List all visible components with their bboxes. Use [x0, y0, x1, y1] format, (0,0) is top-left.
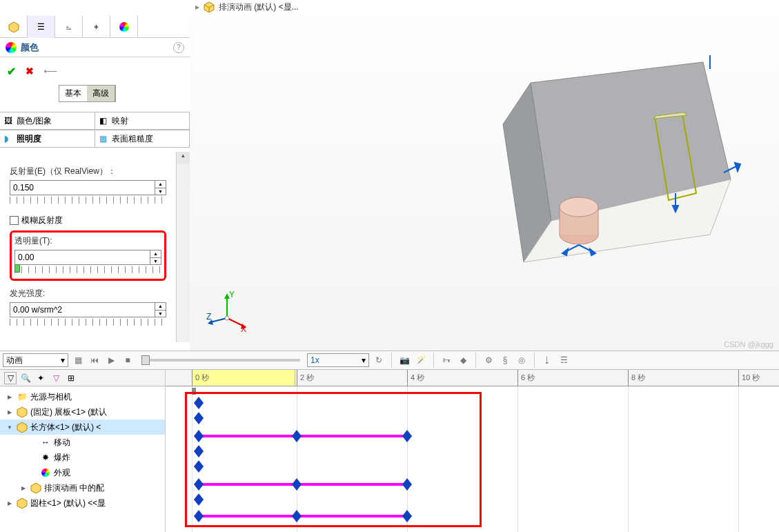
motion-study-dropdown[interactable]: 动画▾	[3, 353, 68, 367]
motion-bar[interactable]	[199, 435, 407, 437]
keyframe[interactable]	[402, 510, 412, 522]
keyframe[interactable]	[194, 510, 204, 522]
separator	[391, 353, 392, 368]
tab-roughness[interactable]: ▦表面粗糙度	[95, 130, 190, 147]
reflection-input[interactable]: ▲▼	[10, 180, 166, 195]
graphics-viewport[interactable]: Y X Z CSDN @jkggg	[190, 14, 779, 353]
contact-button[interactable]: ◎	[515, 353, 529, 367]
timeline-body[interactable]	[166, 386, 779, 532]
time-scrubber[interactable]	[141, 359, 300, 362]
tree-item-board[interactable]: ▶(固定) 展板<1> (默认	[0, 404, 165, 420]
animation-wizard-button[interactable]: 🪄	[414, 353, 428, 367]
ok-button[interactable]: ✔	[7, 65, 16, 78]
keyframe[interactable]	[194, 445, 204, 457]
keyframe[interactable]	[292, 430, 302, 442]
tree-item-cuboid[interactable]: ▼长方体<1> (默认) <	[0, 420, 165, 435]
save-animation-button[interactable]: 📷	[397, 353, 411, 367]
expand-icon[interactable]: ▶	[19, 485, 28, 491]
svg-marker-38	[194, 430, 204, 442]
reflection-slider[interactable]	[10, 197, 166, 204]
keyframe[interactable]	[402, 430, 412, 442]
keyframe[interactable]	[194, 430, 204, 442]
play-button[interactable]: ▶	[104, 353, 118, 367]
filter-driving-icon[interactable]: ✦	[34, 372, 47, 384]
tree-item-lights[interactable]: ▶📁光源与相机	[0, 389, 165, 404]
loop-button[interactable]: ↻	[372, 353, 386, 367]
expand-icon[interactable]: ▶	[6, 409, 14, 415]
transparency-spinner[interactable]: ▲▼	[150, 250, 161, 264]
svg-point-11	[560, 197, 598, 217]
emissive-slider[interactable]	[10, 319, 166, 326]
keyframe[interactable]	[194, 478, 204, 491]
pin-button[interactable]: ⟵	[43, 66, 57, 77]
filter-selected-icon[interactable]: ▽	[50, 372, 62, 384]
feature-manager-tabs: ☰ ⎁ ⌖	[0, 16, 190, 38]
help-icon[interactable]: ?	[173, 42, 184, 53]
scrubber-handle[interactable]	[141, 355, 150, 365]
keyframe[interactable]	[292, 478, 302, 491]
tab-configmanager[interactable]: ⎁	[55, 16, 83, 38]
expand-icon[interactable]: ▶	[6, 394, 14, 400]
lighting-icon: ◗	[4, 134, 14, 144]
add-key-button[interactable]: ◆	[456, 353, 470, 367]
tree-item-explode[interactable]: ✸爆炸	[0, 450, 165, 465]
breadcrumb-doc[interactable]: 排演动画 (默认) <显...	[219, 1, 299, 13]
filter-icon[interactable]: ▽	[4, 372, 17, 384]
tab-display[interactable]	[110, 16, 138, 38]
tree-item-cylinder[interactable]: ▶圆柱<1> (默认) <<显	[0, 495, 165, 511]
emissive-spinner[interactable]: ▲▼	[155, 303, 166, 317]
play-from-start-button[interactable]: ⏮	[88, 353, 101, 367]
motion-bar[interactable]	[199, 515, 407, 518]
filter-animated-icon[interactable]: 🔍	[19, 372, 32, 384]
time-ruler[interactable]: 0 秒 2 秒 4 秒 6 秒 8 秒 10 秒	[166, 370, 779, 386]
scroll-up-icon[interactable]: ▴	[177, 152, 190, 164]
emissive-field[interactable]	[10, 303, 155, 317]
tab-basic[interactable]: 基本	[59, 86, 87, 101]
keyframe[interactable]	[292, 510, 302, 522]
motion-bar[interactable]	[199, 483, 407, 486]
color-wheel-icon	[6, 42, 17, 53]
transparency-field[interactable]	[15, 250, 150, 264]
reflection-spinner[interactable]: ▲▼	[155, 181, 166, 195]
keyframe[interactable]	[194, 412, 204, 424]
cancel-button[interactable]: ✖	[26, 66, 34, 77]
tab-propertymanager[interactable]: ☰	[28, 16, 55, 38]
tab-dimxpert[interactable]: ⌖	[83, 16, 110, 38]
tree-item-move[interactable]: ↔移动	[0, 435, 165, 450]
tab-lighting[interactable]: ◗照明度	[0, 130, 95, 147]
autokey-button[interactable]: 🗝	[440, 353, 453, 367]
keyframe[interactable]	[402, 478, 412, 491]
expand-icon[interactable]: ▶	[6, 500, 14, 506]
tab-advanced[interactable]: 高级	[87, 86, 115, 101]
tab-featuremanager[interactable]	[0, 16, 28, 38]
keyframe[interactable]	[194, 493, 204, 506]
ruler-tick-2: 2 秒	[297, 370, 314, 386]
keyframe[interactable]	[194, 397, 204, 409]
results-button[interactable]: ☴	[557, 353, 571, 367]
playback-speed-select[interactable]: 1x▾	[307, 353, 369, 367]
tree-item-appearance[interactable]: 外观	[0, 465, 165, 480]
stop-button[interactable]: ■	[121, 353, 135, 367]
blur-reflection-row[interactable]: 模糊反射度	[10, 215, 166, 226]
panel-header: 颜色 ?	[0, 38, 190, 57]
motor-button[interactable]: ⚙	[482, 353, 495, 367]
emissive-input[interactable]: ▲▼	[10, 302, 166, 317]
tree-item-config[interactable]: ▶排演动画 中的配	[0, 480, 165, 495]
gravity-button[interactable]: ⭣	[540, 353, 554, 367]
calculate-button[interactable]: ▦	[71, 353, 85, 367]
filter-results-icon[interactable]: ⊞	[65, 372, 77, 384]
watermark: CSDN @jkggg	[724, 340, 773, 348]
svg-marker-35	[17, 498, 27, 509]
spring-button[interactable]: §	[498, 353, 512, 367]
panel-scrollbar[interactable]: ▴	[176, 152, 190, 342]
timeline-highlight	[185, 392, 482, 527]
tab-color-image[interactable]: 🖼颜色/图象	[0, 112, 95, 129]
tab-mapping[interactable]: ◧映射	[95, 112, 190, 129]
transparency-slider[interactable]	[14, 266, 161, 273]
collapse-icon[interactable]: ▼	[6, 424, 14, 431]
keyframe[interactable]	[194, 460, 204, 473]
transparency-input[interactable]: ▲▼	[14, 250, 161, 265]
reflection-field[interactable]	[10, 181, 155, 195]
svg-marker-19	[735, 163, 740, 171]
checkbox-icon[interactable]	[10, 216, 19, 225]
